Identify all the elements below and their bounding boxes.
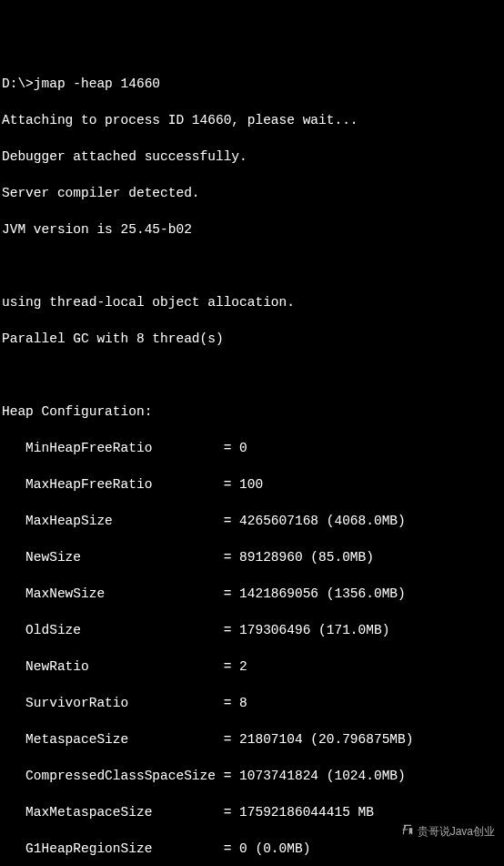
config-survivor-ratio: SurvivorRatio = 8	[2, 694, 504, 712]
watermark-text: 贵哥说Java创业	[418, 824, 495, 840]
zhihu-icon	[388, 808, 413, 855]
config-metaspace-size: MetaspaceSize = 21807104 (20.796875MB)	[2, 730, 504, 749]
jvm-version: JVM version is 25.45-b02	[2, 220, 504, 239]
config-new-size: NewSize = 89128960 (85.0MB)	[2, 548, 504, 566]
config-old-size: OldSize = 179306496 (171.0MB)	[2, 621, 504, 639]
config-max-heap-size: MaxHeapSize = 4265607168 (4068.0MB)	[2, 512, 504, 530]
blank-line	[2, 366, 504, 384]
zhihu-watermark: 贵哥说Java创业	[388, 808, 495, 855]
allocation-message: using thread-local object allocation.	[2, 293, 504, 311]
config-new-ratio: NewRatio = 2	[2, 657, 504, 676]
config-max-new-size: MaxNewSize = 1421869056 (1356.0MB)	[2, 585, 504, 603]
config-max-heap-free-ratio: MaxHeapFreeRatio = 100	[2, 475, 504, 494]
compiler-message: Server compiler detected.	[2, 184, 504, 202]
attach-message: Attaching to process ID 14660, please wa…	[2, 111, 504, 129]
debugger-message: Debugger attached successfully.	[2, 148, 504, 166]
config-min-heap-free-ratio: MinHeapFreeRatio = 0	[2, 439, 504, 457]
heap-config-header: Heap Configuration:	[2, 402, 504, 421]
command-prompt: D:\>jmap -heap 14660	[2, 75, 504, 93]
blank-line	[2, 257, 504, 275]
gc-message: Parallel GC with 8 thread(s)	[2, 330, 504, 348]
config-compressed-class-space-size: CompressedClassSpaceSize = 1073741824 (1…	[2, 767, 504, 785]
